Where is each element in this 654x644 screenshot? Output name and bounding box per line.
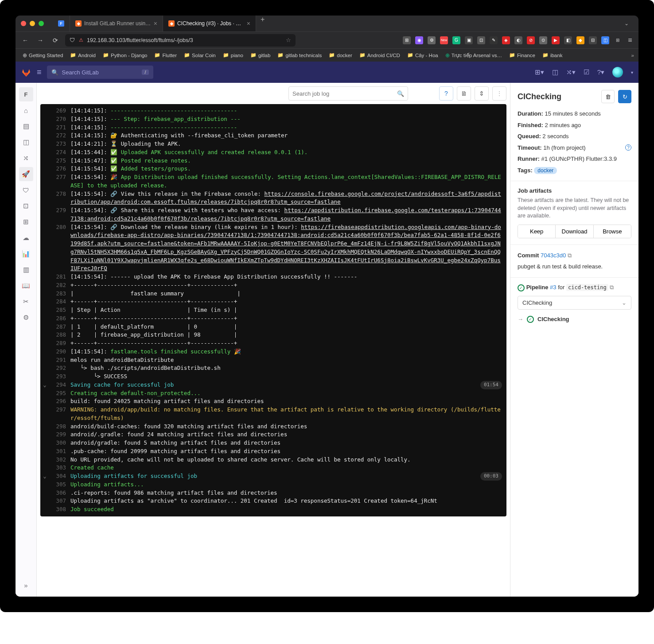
help-icon[interactable]: ?▾	[597, 68, 604, 76]
ext-icon[interactable]: ✎	[490, 36, 498, 44]
nav-deploy-icon[interactable]: ⊡	[19, 199, 33, 213]
nav-mr-icon[interactable]: ⤭	[19, 151, 33, 165]
line-number[interactable]: 304	[49, 472, 70, 481]
line-number[interactable]: 273	[49, 140, 70, 148]
ext-icon[interactable]: G	[452, 36, 460, 44]
bookmark-star-icon[interactable]: ☆	[286, 37, 291, 43]
line-number[interactable]: 298	[49, 423, 70, 431]
todos-icon[interactable]: ☑	[584, 68, 589, 76]
nav-snippets-icon[interactable]: ✂	[19, 295, 33, 309]
traffic-lights[interactable]	[21, 21, 44, 26]
line-number[interactable]: 302	[49, 456, 70, 464]
bookmark-folder[interactable]: 📁Finance	[506, 52, 538, 58]
line-number[interactable]: 303	[49, 464, 70, 472]
ext-icon[interactable]: ◉	[415, 36, 423, 44]
line-number[interactable]: 285	[49, 306, 70, 314]
forward-button[interactable]: →	[35, 37, 46, 44]
nav-cicd-icon[interactable]: 🚀	[19, 167, 33, 181]
ext-icon[interactable]: ⊟	[589, 36, 597, 44]
back-button[interactable]: ←	[20, 37, 31, 44]
nav-settings-icon[interactable]: ⚙	[19, 310, 33, 325]
erase-button[interactable]: 🗑	[601, 90, 615, 103]
bookmark-folder[interactable]: 📁docker	[326, 52, 355, 58]
line-number[interactable]: 290	[49, 348, 70, 356]
line-number[interactable]: 282	[49, 281, 70, 290]
close-window[interactable]	[21, 21, 26, 26]
browser-tab[interactable]: F	[53, 16, 70, 31]
collapse-icon[interactable]: ⌄	[40, 472, 49, 481]
bookmark-folder[interactable]: 📁Cây - Hoa	[405, 52, 441, 58]
help-button[interactable]: ?	[439, 86, 453, 101]
browser-tab-active[interactable]: ◆ CIChecking (#3) · Jobs · Flutter… ×	[163, 16, 256, 31]
line-number[interactable]: 297	[49, 406, 70, 423]
retry-button[interactable]: ↻	[618, 90, 631, 103]
minimize-window[interactable]	[30, 21, 35, 26]
bookmark-folder[interactable]: 📁piano	[220, 52, 246, 58]
nav-issues-icon[interactable]: ◫	[19, 135, 33, 149]
plus-dropdown-icon[interactable]: ⊞▾	[535, 68, 544, 76]
ext-icon[interactable]: ◐	[514, 36, 522, 44]
merge-requests-icon[interactable]: ⤭▾	[566, 68, 576, 76]
more-button[interactable]: ⋮	[492, 86, 506, 101]
ext-icon[interactable]: ⊡	[477, 36, 485, 44]
stage-select[interactable]: CIChecking ⌄	[518, 296, 631, 310]
bookmark-folder[interactable]: 📁ibank	[540, 52, 565, 58]
ext-icon[interactable]: ⚙	[428, 36, 436, 44]
line-number[interactable]: 306	[49, 489, 70, 497]
ext-icon[interactable]: ⊘	[527, 36, 535, 44]
nav-monitor-icon[interactable]: 📊	[19, 247, 33, 261]
line-number[interactable]: 294	[49, 381, 70, 389]
raw-log-button[interactable]: 🗎	[457, 86, 471, 101]
line-number[interactable]: 279	[49, 206, 70, 223]
copy-icon[interactable]: ⧉	[568, 252, 572, 259]
ext-icon[interactable]: ◧	[564, 36, 572, 44]
new-tab-button[interactable]: +	[256, 16, 269, 31]
line-number[interactable]: 277	[49, 173, 70, 190]
line-number[interactable]: 270	[49, 115, 70, 124]
line-number[interactable]: 278	[49, 190, 70, 207]
ext-icon[interactable]: ⊙	[539, 36, 547, 44]
download-button[interactable]: Download	[556, 225, 593, 238]
commit-sha-link[interactable]: 7043c3d0	[541, 252, 566, 259]
line-number[interactable]: 300	[49, 439, 70, 447]
nav-project-icon[interactable]: ⌂	[19, 103, 33, 117]
line-number[interactable]: 276	[49, 165, 70, 173]
line-number[interactable]: 299	[49, 431, 70, 439]
line-number[interactable]: 307	[49, 497, 70, 505]
ext-icon[interactable]: ⊞	[403, 36, 411, 44]
job-log-terminal[interactable]: 269[14:14:15]: -------------------------…	[40, 104, 506, 516]
line-number[interactable]: 287	[49, 323, 70, 331]
line-number[interactable]: 269	[49, 107, 70, 115]
line-number[interactable]: 296	[49, 397, 70, 406]
pipeline-link[interactable]: #3	[550, 284, 556, 291]
ext-icon[interactable]: ◆	[576, 36, 584, 44]
line-number[interactable]: 271	[49, 124, 70, 132]
line-number[interactable]: 274	[49, 148, 70, 157]
nav-packages-icon[interactable]: ⊞	[19, 215, 33, 229]
scroll-button[interactable]: ⇕	[475, 86, 489, 101]
bookmark-folder[interactable]: 📁Python - Django	[100, 52, 150, 58]
line-number[interactable]: 308	[49, 505, 70, 514]
gitlab-logo[interactable]	[21, 67, 31, 78]
bookmark-folder[interactable]: 📁Solar Coin	[181, 52, 218, 58]
keep-button[interactable]: Keep	[518, 225, 556, 238]
bookmark-folder[interactable]: 📁Android CI/CD	[357, 52, 403, 58]
line-number[interactable]: 291	[49, 356, 70, 365]
nav-analytics-icon[interactable]: ▥	[19, 263, 33, 277]
issues-icon[interactable]: ◫	[552, 68, 558, 76]
hamburger-menu-icon[interactable]: ≡	[37, 68, 42, 77]
line-number[interactable]: 301	[49, 447, 70, 456]
bookmark-item[interactable]: ⊕Getting Started	[20, 52, 66, 58]
ext-icon[interactable]: ▶	[552, 36, 560, 44]
line-number[interactable]: 283	[49, 290, 70, 298]
bookmark-folder[interactable]: 📁Flutter	[152, 52, 179, 58]
hamburger-menu-icon[interactable]: ≡	[626, 36, 634, 44]
nav-collapse-icon[interactable]: »	[19, 578, 33, 592]
ext-icon[interactable]: ◈	[502, 36, 510, 44]
browse-button[interactable]: Browse	[594, 225, 631, 238]
project-avatar[interactable]: F	[19, 87, 33, 101]
bookmarks-overflow-icon[interactable]: »	[631, 53, 634, 58]
line-number[interactable]: 295	[49, 389, 70, 398]
avatar-dropdown-icon[interactable]: ▾	[631, 70, 633, 75]
tabs-dropdown-icon[interactable]: ⌄	[620, 20, 633, 27]
